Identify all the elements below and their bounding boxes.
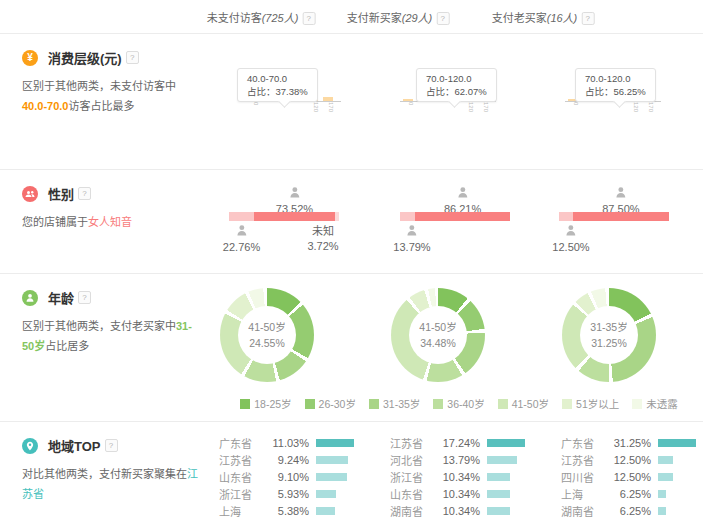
region-bar[interactable] [658, 507, 666, 515]
region-percent: 10.34% [432, 505, 480, 517]
region-bar[interactable] [658, 473, 673, 481]
region-name: 山东省 [386, 486, 432, 502]
bar[interactable] [323, 97, 333, 101]
region-bar[interactable] [316, 439, 354, 447]
axis-tick-label [418, 102, 433, 115]
section-title: 消费层级(元) [48, 48, 122, 67]
age-legend-item[interactable]: 31-35岁 [369, 396, 420, 411]
gender-label-block: 性别 ? 您的店铺属于女人知音 [0, 170, 215, 273]
region-percent: 5.38% [261, 505, 309, 517]
region-name: 江苏省 [386, 435, 432, 451]
female-segment[interactable] [415, 212, 510, 221]
region-row: 山东省9.10% [215, 468, 386, 485]
region-bar[interactable] [487, 456, 517, 464]
male-segment[interactable] [229, 212, 254, 221]
male-percent: 12.50% [552, 241, 589, 253]
male-segment[interactable] [400, 212, 415, 221]
region-name: 江苏省 [215, 452, 261, 468]
axis-labels: 0120170 [565, 102, 661, 115]
region-percent: 31.25% [603, 437, 651, 449]
donut-top-percent: 34.48% [420, 335, 456, 351]
help-icon[interactable]: ? [126, 51, 139, 64]
region-bar[interactable] [316, 473, 347, 481]
region-bar[interactable] [658, 456, 673, 464]
axis-tick-label: 0 [403, 102, 418, 115]
female-segment[interactable] [573, 212, 669, 221]
region-row: 湖南省10.34% [386, 503, 557, 517]
help-icon[interactable]: ? [78, 291, 91, 304]
region-name: 山东省 [215, 469, 261, 485]
gender-bar[interactable] [229, 212, 339, 221]
age-legend-item[interactable]: 41-50岁 [498, 396, 549, 411]
age-legend-item[interactable]: 18-25岁 [240, 396, 291, 411]
region-bar[interactable] [316, 490, 336, 498]
age-donut-chart[interactable]: 31-35岁 31.25% [562, 288, 656, 382]
region-list-unpaid: 广东省11.03%江苏省9.24%山东省9.10%浙江省5.93%上海5.38% [215, 422, 386, 517]
tooltip-value: 占比：37.38% [247, 85, 308, 98]
region-bar[interactable] [487, 439, 525, 447]
male-segment[interactable] [559, 212, 573, 221]
help-icon[interactable]: ? [105, 439, 118, 452]
consumption-bar-chart[interactable]: 40.0-70.0 占比：37.38% 0120170 [245, 68, 341, 115]
donut-center-label: 41-50岁 34.48% [391, 288, 485, 382]
region-percent: 13.79% [432, 454, 480, 466]
section-title: 地域TOP [48, 436, 101, 455]
age-legend-item[interactable]: 51岁以上 [562, 396, 619, 411]
region-bar[interactable] [487, 473, 510, 481]
male-percent: 22.76% [223, 241, 260, 253]
axis-tick-label [293, 102, 308, 115]
male-person-icon [235, 224, 248, 237]
gender-chart[interactable]: 86.21% 13.79% [386, 170, 557, 273]
section-description: 区别于其他两类，支付老买家中31-50岁占比居多 [22, 316, 199, 356]
region-row: 河北省13.79% [386, 451, 557, 468]
region-bar[interactable] [487, 490, 510, 498]
age-legend-item[interactable]: 36-40岁 [433, 396, 484, 411]
consumption-bar-chart[interactable]: 70.0-120.0 占比：62.07% 0120170 [400, 68, 496, 115]
region-bar[interactable] [316, 507, 335, 515]
desc-text: 访客占比最多 [68, 100, 134, 112]
gender-chart[interactable]: 73.52% 22.76% 未知 3.72% [215, 170, 386, 273]
region-row: 江苏省12.50% [557, 451, 703, 468]
help-icon[interactable]: ? [78, 187, 91, 200]
legend-swatch-icon [240, 399, 250, 409]
age-donut-chart[interactable]: 41-50岁 24.55% [220, 288, 314, 382]
female-person-icon [456, 186, 469, 199]
tooltip-value: 占比：56.25% [585, 85, 646, 98]
help-icon[interactable]: ? [581, 12, 594, 25]
donut-top-group: 41-50岁 [248, 319, 285, 335]
section-description: 区别于其他两类，未支付访客中40.0-70.0访客占比最多 [22, 76, 199, 116]
region-bar[interactable] [658, 439, 696, 447]
region-bar[interactable] [658, 490, 666, 498]
region-name: 广东省 [215, 435, 261, 451]
consumption-bar-chart[interactable]: 70.0-120.0 占比：56.25% 0120170 [565, 68, 661, 115]
female-stat: 86.21% [444, 185, 481, 215]
help-icon[interactable]: ? [436, 12, 449, 25]
column-header-name: 未支付访客 [207, 12, 262, 24]
unknown-segment[interactable] [335, 212, 339, 221]
help-icon[interactable]: ? [302, 12, 315, 25]
region-row: 江苏省17.24% [386, 434, 557, 451]
region-percent: 11.03% [261, 437, 309, 449]
region-bar[interactable] [316, 456, 348, 464]
donut-top-percent: 31.25% [591, 335, 627, 351]
column-header-unpaid-visitors: 未支付访客(725人)? [207, 9, 316, 25]
gender-chart[interactable]: 87.50% 12.50% [557, 170, 703, 273]
unknown-label: 未知 [307, 224, 338, 239]
gender-bar[interactable] [400, 212, 510, 221]
female-segment[interactable] [254, 212, 335, 221]
region-name: 河北省 [386, 452, 432, 468]
region-row: 四川省12.50% [557, 468, 703, 485]
legend-swatch-icon [562, 399, 572, 409]
gender-bar[interactable] [559, 212, 669, 221]
region-row: 广东省31.25% [557, 434, 703, 451]
age-donut-chart[interactable]: 41-50岁 34.48% [391, 288, 485, 382]
legend-label: 41-50岁 [512, 396, 549, 411]
age-legend-item[interactable]: 未透露 [632, 396, 678, 411]
region-list-repeat: 广东省31.25%江苏省12.50%四川省12.50%上海6.25%湖南省6.2… [557, 422, 703, 517]
legend-swatch-icon [632, 399, 642, 409]
chart-tooltip: 40.0-70.0 占比：37.38% [237, 68, 318, 102]
region-bar[interactable] [487, 507, 510, 515]
axis-tick-label: 120 [308, 102, 323, 115]
bar[interactable] [403, 99, 413, 101]
age-legend-item[interactable]: 26-30岁 [305, 396, 356, 411]
